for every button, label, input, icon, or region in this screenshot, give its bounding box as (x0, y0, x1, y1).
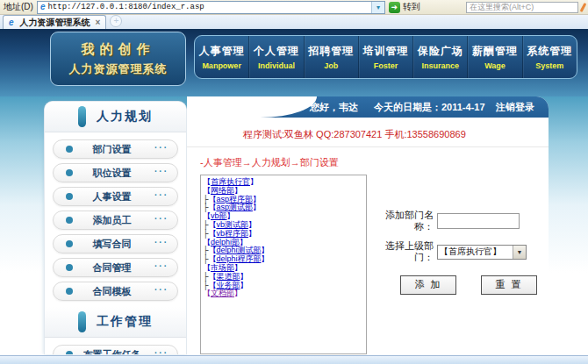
bracket: 】 (253, 203, 261, 211)
bullet-icon (66, 288, 73, 295)
add-button[interactable]: 添 加 (400, 275, 456, 295)
parent-department-select[interactable]: 【首席执行官】 ▼ (437, 245, 527, 260)
sidebar-item-label: 填写合同 (73, 238, 151, 251)
sidebar-item-add-employee[interactable]: 添加员工 ··· (53, 211, 178, 230)
ellipsis-icon: ··· (154, 285, 169, 295)
bullet-icon (66, 193, 73, 200)
nav-item-individual[interactable]: 个人管理 Individual (248, 36, 303, 78)
tree-link-vb-test-dept[interactable]: vb测试部 (216, 220, 248, 229)
tree-link-delphi-test-dept[interactable]: delphi测试部 (216, 246, 261, 254)
sidebar-item-position-setup[interactable]: 职位设置 ··· (53, 163, 178, 182)
sidebar: 人力规划 部门设置 ··· 职位设置 ··· 人事设置 ··· 添加员工 ···… (44, 101, 187, 354)
tree-link-vb-dept[interactable]: vb部 (211, 211, 227, 220)
nav-label-en: Job (324, 61, 338, 70)
notice-row: 程序测试:双鱼林 QQ:287307421 手机:13558690869 (187, 118, 549, 147)
tree-link-asp-test-dept[interactable]: asp测试部 (216, 203, 253, 211)
tab-bar: e 人力资源管理系统 × + (0, 15, 588, 29)
sidebar-item-label: 职位设置 (73, 167, 151, 180)
nav-label-zh: 招聘管理 (308, 44, 354, 59)
bracket: 】 (234, 263, 242, 272)
sidebar-item-department-setup[interactable]: 部门设置 ··· (53, 139, 178, 159)
logout-link[interactable]: 注销登录 (496, 101, 534, 114)
site-logo: 我的创作 人力资源管理系统 (50, 32, 186, 86)
tree-link-network-dept[interactable]: 网络部 (211, 186, 234, 195)
ie-icon: e (9, 18, 14, 27)
sidebar-item-contract-template[interactable]: 合同模板 ··· (53, 282, 178, 301)
new-tab-button[interactable]: + (110, 15, 122, 27)
welcome-greeting: 您好，韦达 (310, 101, 358, 114)
nav-item-foster[interactable]: 培训管理 Foster (358, 36, 412, 78)
nav-item-job[interactable]: 招聘管理 Job (304, 36, 358, 78)
tree-link-ceo[interactable]: 首席执行官 (211, 177, 250, 186)
address-input[interactable]: e http://127.0.0.1:8180/index_r.asp ▾ (37, 1, 385, 14)
tree-link-delphi-program-dept[interactable]: delphi程序部 (216, 254, 261, 263)
tree-item: 【文档部】 (203, 289, 364, 298)
bracket: 【 (203, 186, 211, 195)
logo-line1: 我的创作 (82, 41, 155, 58)
nav-label-en: Individual (258, 61, 295, 70)
tree-link-business-dept[interactable]: 业务部 (216, 281, 240, 289)
sidebar-item-label: 添加员工 (73, 214, 151, 227)
address-dropdown-button[interactable]: ▾ (371, 2, 384, 13)
sidebar-item-label: 合同管理 (73, 261, 151, 275)
section-pill-icon (78, 311, 86, 332)
tree-link-vb-program-dept[interactable]: vb程序部 (216, 229, 248, 238)
sidebar-item-personnel-setup[interactable]: 人事设置 ··· (53, 187, 178, 206)
section-pill-icon (78, 106, 86, 127)
go-button[interactable]: ➜ 转到 (389, 1, 420, 13)
nav-item-manpower[interactable]: 人事管理 Manpower (195, 36, 248, 78)
sidebar-section-work-management: 工作管理 (45, 307, 186, 338)
browser-search-input[interactable] (466, 2, 578, 13)
tree-link-channel-dept[interactable]: 渠道部 (216, 272, 240, 281)
address-label: 地址(D) (4, 1, 33, 13)
nav-item-insurance[interactable]: 保险广场 Insurance (412, 36, 467, 78)
bracket: 】 (248, 229, 256, 238)
reset-button[interactable]: 重 置 (481, 275, 537, 295)
nav-item-system[interactable]: 系统管理 System (522, 36, 577, 78)
top-navigation: 人事管理 Manpower 个人管理 Individual 招聘管理 Job 培… (194, 35, 577, 79)
nav-label-en: System (535, 61, 563, 70)
nav-label-en: Insurance (422, 61, 460, 70)
bullet-icon (66, 146, 73, 153)
form-row-parent: 选择上级部门： 【首席执行官】 ▼ (377, 240, 549, 263)
ellipsis-icon: ··· (154, 214, 169, 224)
nav-item-wage[interactable]: 薪酬管理 Wage (467, 36, 521, 78)
plus-icon: + (113, 16, 118, 25)
bracket: 】 (240, 272, 247, 281)
bracket: 】 (261, 254, 269, 263)
logo-line2: 人力资源管理系统 (69, 61, 168, 77)
decorative-pen-icon (580, 2, 587, 11)
department-tree: 【首席执行官】 【网络部】 ├【asp程序部】 ├【asp测试部】 【vb部】 … (200, 175, 367, 354)
tree-link-document-dept[interactable]: 文档部 (211, 289, 234, 297)
close-icon[interactable]: × (96, 18, 101, 27)
tab-title: 人力资源管理系统 (20, 17, 90, 29)
sidebar-item-label: 人事设置 (73, 190, 151, 203)
bracket: 】 (240, 281, 247, 289)
nav-label-zh: 保险广场 (418, 44, 463, 59)
bullet-icon (66, 169, 73, 176)
welcome-bar: 您好，韦达 今天的日期是：2011-4-17 注销登录 (187, 96, 549, 118)
sidebar-item-fill-contract[interactable]: 填写合同 ··· (53, 234, 178, 253)
bracket: 】 (234, 289, 242, 297)
go-label: 转到 (403, 1, 420, 13)
bracket: 】 (250, 177, 258, 186)
address-url: http://127.0.0.1:8180/index_r.asp (47, 3, 204, 11)
bracket: 】 (261, 246, 269, 254)
swoosh-decoration (187, 96, 317, 118)
bracket: 【 (203, 289, 211, 297)
sidebar-item-label: 布置工作任务 (73, 348, 151, 355)
department-name-label: 添加部门名称： (377, 210, 434, 232)
bracket: 】 (227, 211, 235, 220)
ie-icon: e (40, 3, 46, 11)
department-name-input[interactable] (437, 213, 520, 229)
chevron-down-icon: ▾ (376, 4, 380, 11)
sidebar-item-assign-tasks[interactable]: 布置工作任务 ··· (53, 345, 178, 354)
sidebar-items: 部门设置 ··· 职位设置 ··· 人事设置 ··· 添加员工 ··· 填写合同… (45, 132, 186, 307)
tree-link-market-dept[interactable]: 市场部 (211, 263, 234, 272)
sidebar-item-contract-management[interactable]: 合同管理 ··· (53, 258, 178, 277)
add-department-form: 添加部门名称： 选择上级部门： 【首席执行官】 ▼ 添 加 重 置 (367, 175, 549, 354)
tab-hr-system[interactable]: e 人力资源管理系统 × (3, 15, 106, 29)
nav-label-zh: 个人管理 (254, 44, 299, 59)
sidebar-item-label: 合同模板 (73, 285, 151, 298)
section-title: 工作管理 (97, 314, 153, 330)
